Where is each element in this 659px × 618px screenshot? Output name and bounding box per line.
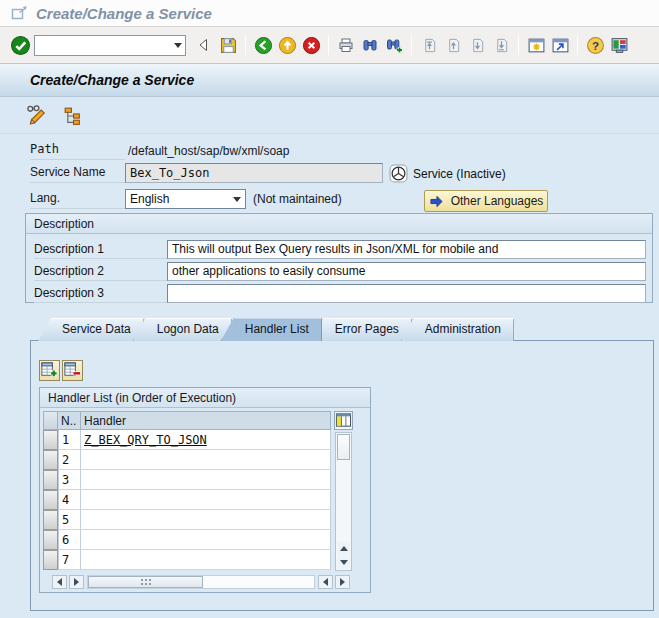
tab-handler-list[interactable]: Handler List	[221, 318, 322, 341]
delete-row-button[interactable]	[62, 360, 83, 381]
tab-service-data[interactable]: Service Data	[38, 318, 144, 341]
description1-field[interactable]: This will output Bex Query results in Js…	[167, 240, 646, 259]
hierarchy-icon[interactable]	[60, 104, 84, 128]
service-status-text: Service (Inactive)	[413, 167, 506, 181]
row-number: 1	[58, 430, 81, 450]
display-change-icon[interactable]	[24, 104, 48, 128]
service-name-label: Service Name	[30, 165, 125, 183]
next-page-icon[interactable]	[465, 33, 489, 57]
scroll-right-icon[interactable]	[69, 575, 84, 589]
lang-dropdown-value[interactable]: English	[126, 192, 229, 206]
handler-list-group: Handler List (in Order of Execution) N..…	[39, 387, 371, 593]
scroll-left-icon[interactable]	[318, 575, 333, 589]
application-toolbar	[0, 98, 659, 134]
scroll-right-icon[interactable]	[335, 575, 350, 589]
handler-field[interactable]	[81, 450, 331, 470]
horizontal-scrollbar-track[interactable]	[87, 575, 315, 589]
table-row: 2	[43, 450, 331, 470]
description-row: Description 3	[34, 283, 646, 303]
row-number: 7	[58, 550, 81, 570]
column-config-button[interactable]	[334, 411, 353, 430]
scroll-up-icon[interactable]	[337, 542, 350, 555]
create-shortcut-icon[interactable]	[548, 33, 572, 57]
tab-error-pages[interactable]: Error Pages	[311, 318, 412, 341]
column-header-number[interactable]: N..	[58, 411, 81, 430]
table-row: 5	[43, 510, 331, 530]
lang-note: (Not maintained)	[253, 192, 342, 206]
vertical-scrollbar[interactable]	[335, 432, 352, 571]
row-selector[interactable]	[43, 430, 58, 450]
continue-icon[interactable]	[8, 33, 32, 57]
cancel-circle-icon[interactable]	[299, 33, 323, 57]
last-page-icon[interactable]	[489, 33, 513, 57]
scroll-down-icon[interactable]	[337, 556, 350, 569]
row-selector[interactable]	[43, 510, 58, 530]
handler-list-panel: Handler List (in Order of Execution) N..…	[30, 340, 654, 611]
exit-circle-icon[interactable]	[275, 33, 299, 57]
sap-screen-icon	[10, 4, 28, 22]
scroll-left-icon[interactable]	[52, 575, 67, 589]
service-name-field[interactable]: Bex_To_Json	[125, 163, 383, 183]
print-icon[interactable]	[334, 33, 358, 57]
horizontal-scrollbar[interactable]	[52, 574, 350, 589]
first-page-icon[interactable]	[417, 33, 441, 57]
customize-layout-icon[interactable]	[607, 33, 631, 57]
handler-field[interactable]	[81, 510, 331, 530]
standard-toolbar: ?	[0, 27, 659, 64]
column-config-icon	[335, 412, 352, 429]
select-all-cell[interactable]	[43, 411, 58, 430]
toolbar-separator	[411, 35, 412, 55]
description-row: Description 1 This will output Bex Query…	[34, 239, 646, 259]
new-session-icon[interactable]	[524, 33, 548, 57]
help-icon[interactable]: ?	[583, 33, 607, 57]
lang-dropdown[interactable]: English	[125, 189, 246, 209]
handler-table: N.. Handler 1 Z_BEX_QRY_TO_JSON 2	[43, 411, 331, 570]
row-selector[interactable]	[43, 490, 58, 510]
row-selector[interactable]	[43, 470, 58, 490]
page-title: Create/Change a Service	[30, 72, 194, 88]
table-row: 3	[43, 470, 331, 490]
row-selector[interactable]	[43, 550, 58, 570]
window-title: Create/Change a Service	[36, 5, 212, 22]
table-row: 4	[43, 490, 331, 510]
delete-row-icon	[63, 361, 82, 380]
screen-header: Create/Change a Service	[0, 64, 659, 97]
save-icon[interactable]	[216, 33, 240, 57]
handler-field[interactable]	[81, 530, 331, 550]
find-next-icon[interactable]	[382, 33, 406, 57]
handler-field[interactable]: Z_BEX_QRY_TO_JSON	[81, 430, 331, 450]
description2-field[interactable]: other applications to easily consume	[167, 262, 646, 281]
back-icon[interactable]	[192, 33, 216, 57]
tab-administration[interactable]: Administration	[401, 318, 514, 341]
handler-field[interactable]	[81, 470, 331, 490]
toolbar-separator	[245, 35, 246, 55]
table-row: 7	[43, 550, 331, 570]
handler-table-header-row: N.. Handler	[43, 411, 331, 430]
horizontal-scrollbar-thumb[interactable]	[88, 576, 203, 588]
other-languages-button[interactable]: Other Languages	[424, 190, 548, 212]
lang-label: Lang.	[30, 191, 125, 209]
title-bar: Create/Change a Service	[0, 0, 659, 27]
find-icon[interactable]	[358, 33, 382, 57]
description3-label: Description 3	[34, 283, 167, 303]
row-selector[interactable]	[43, 530, 58, 550]
insert-row-button[interactable]	[39, 360, 60, 381]
description1-label: Description 1	[34, 239, 167, 259]
lang-dropdown-arrow-icon[interactable]	[229, 190, 245, 208]
column-header-handler[interactable]: Handler	[81, 411, 331, 430]
table-row: 1 Z_BEX_QRY_TO_JSON	[43, 430, 331, 450]
command-field-dropdown-icon[interactable]	[170, 36, 185, 55]
service-status-icon[interactable]	[389, 164, 408, 183]
previous-page-icon[interactable]	[441, 33, 465, 57]
handler-field[interactable]	[81, 550, 331, 570]
description2-label: Description 2	[34, 261, 167, 281]
vertical-scrollbar-thumb[interactable]	[337, 434, 350, 460]
row-number: 3	[58, 470, 81, 490]
handler-field[interactable]	[81, 490, 331, 510]
tab-logon-data[interactable]: Logon Data	[133, 318, 232, 341]
command-field[interactable]	[34, 35, 186, 56]
back-circle-icon[interactable]	[251, 33, 275, 57]
description3-field[interactable]	[167, 284, 646, 303]
row-selector[interactable]	[43, 450, 58, 470]
toolbar-separator	[577, 35, 578, 55]
